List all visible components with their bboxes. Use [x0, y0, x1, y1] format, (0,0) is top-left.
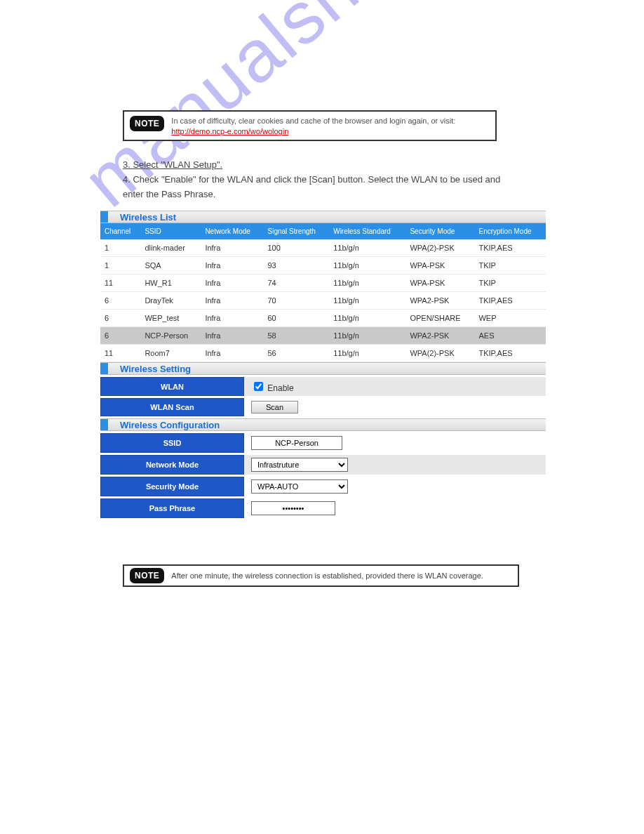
- table-row[interactable]: 6NCP-PersonInfra5811b/g/nWPA2-PSKAES: [100, 327, 546, 345]
- router-ui: Wireless List Channel SSID Network Mode …: [100, 211, 546, 520]
- cell-ssid: SQA: [140, 257, 201, 274]
- col-encryption: Encryption Mode: [474, 223, 546, 239]
- table-row[interactable]: 11Room7Infra5611b/g/nWPA(2)-PSKTKIP,AES: [100, 345, 546, 362]
- cell-enc: TKIP: [474, 274, 546, 292]
- ssid-input[interactable]: [251, 436, 342, 450]
- cell-ssid: DrayTek: [140, 292, 201, 310]
- cell-signal: 58: [264, 327, 330, 345]
- table-row[interactable]: 6DrayTekInfra7011b/g/nWPA2-PSKTKIP,AES: [100, 292, 546, 310]
- note-box-1: NOTE In case of difficulty, clear cookie…: [123, 110, 497, 141]
- cell-signal: 60: [264, 310, 330, 327]
- cell-std: 11b/g/n: [329, 345, 405, 362]
- note-box-2: NOTE After one minute, the wireless conn…: [123, 564, 519, 587]
- section-chevron-icon: [100, 419, 116, 430]
- section-header-wireless-list: Wireless List: [100, 211, 546, 223]
- cell-ssid: Room7: [140, 345, 201, 362]
- label-wlan: WLAN: [100, 377, 244, 396]
- wireless-list-table: Channel SSID Network Mode Signal Strengt…: [100, 223, 546, 362]
- steps-text: 3. Select "WLAN Setup". 4. Check "Enable…: [123, 158, 516, 201]
- cell-sec: WPA2-PSK: [405, 327, 474, 345]
- value-ssid: [244, 433, 546, 453]
- col-security: Security Mode: [405, 223, 474, 239]
- cell-channel: 6: [100, 310, 140, 327]
- step-4: 4. Check "Enable" for the WLAN and click…: [123, 173, 516, 202]
- secmode-select[interactable]: WPA-AUTO: [251, 479, 348, 494]
- cell-channel: 11: [100, 274, 140, 292]
- cell-sec: WPA(2)-PSK: [405, 239, 474, 257]
- cell-signal: 93: [264, 257, 330, 274]
- cell-std: 11b/g/n: [329, 274, 405, 292]
- cell-channel: 6: [100, 327, 140, 345]
- section-title: Wireless Configuration: [120, 420, 220, 430]
- value-wlan-scan: Scan: [244, 398, 546, 416]
- section-header-wireless-config: Wireless Configuration: [100, 418, 546, 431]
- cell-enc: TKIP,AES: [474, 239, 546, 257]
- netmode-select[interactable]: Infrastruture: [251, 458, 348, 472]
- value-passphrase: [244, 498, 546, 518]
- cell-mode: Infra: [201, 274, 263, 292]
- cell-mode: Infra: [201, 327, 263, 345]
- cell-ssid: NCP-Person: [140, 327, 201, 345]
- cell-mode: Infra: [201, 257, 263, 274]
- col-netmode: Network Mode: [201, 223, 263, 239]
- wlan-enable-checkbox[interactable]: [254, 382, 263, 391]
- cell-std: 11b/g/n: [329, 292, 405, 310]
- value-netmode: Infrastruture: [244, 455, 546, 475]
- cell-std: 11b/g/n: [329, 310, 405, 327]
- wireless-setting-form: WLAN Enable WLAN Scan Scan: [100, 375, 546, 418]
- section-chevron-icon: [100, 211, 116, 223]
- cell-signal: 56: [264, 345, 330, 362]
- cell-channel: 1: [100, 257, 140, 274]
- row-passphrase: Pass Phrase: [100, 498, 546, 518]
- cell-ssid: WEP_test: [140, 310, 201, 327]
- cell-channel: 11: [100, 345, 140, 362]
- cell-mode: Infra: [201, 310, 263, 327]
- note-1-plain: In case of difficulty, clear cookies and…: [171, 117, 455, 125]
- table-header-row: Channel SSID Network Mode Signal Strengt…: [100, 223, 546, 239]
- wlan-enable-text: Enable: [267, 383, 293, 393]
- section-chevron-icon: [100, 363, 116, 374]
- row-ssid: SSID: [100, 433, 546, 453]
- value-wlan: Enable: [244, 377, 546, 396]
- passphrase-input[interactable]: [251, 501, 335, 515]
- row-netmode: Network Mode Infrastruture: [100, 455, 546, 475]
- cell-enc: AES: [474, 327, 546, 345]
- cell-std: 11b/g/n: [329, 257, 405, 274]
- scan-button[interactable]: Scan: [251, 401, 298, 413]
- note-1-body: In case of difficulty, clear cookies and…: [171, 116, 490, 138]
- value-secmode: WPA-AUTO: [244, 477, 546, 496]
- cell-mode: Infra: [201, 239, 263, 257]
- cell-std: 11b/g/n: [329, 327, 405, 345]
- section-title: Wireless List: [120, 212, 176, 223]
- table-row[interactable]: 11HW_R1Infra7411b/g/nWPA-PSKTKIP: [100, 274, 546, 292]
- cell-signal: 100: [264, 239, 330, 257]
- cell-sec: WPA-PSK: [405, 257, 474, 274]
- label-secmode: Security Mode: [100, 477, 244, 496]
- col-standard: Wireless Standard: [329, 223, 405, 239]
- cell-ssid: HW_R1: [140, 274, 201, 292]
- table-row[interactable]: 6WEP_testInfra6011b/g/nOPEN/SHAREWEP: [100, 310, 546, 327]
- cell-ssid: dlink-mader: [140, 239, 201, 257]
- table-row[interactable]: 1SQAInfra9311b/g/nWPA-PSKTKIP: [100, 257, 546, 274]
- note-1-link[interactable]: http://demo.ncp-e.com/wo/wologin: [171, 127, 288, 135]
- label-wlan-scan: WLAN Scan: [100, 398, 244, 416]
- cell-mode: Infra: [201, 292, 263, 310]
- note-badge-icon: NOTE: [130, 116, 164, 131]
- table-row[interactable]: 1dlink-maderInfra10011b/g/nWPA(2)-PSKTKI…: [100, 239, 546, 257]
- note-badge-icon: NOTE: [130, 568, 164, 583]
- row-secmode: Security Mode WPA-AUTO: [100, 477, 546, 496]
- section-header-wireless-setting: Wireless Setting: [100, 362, 546, 375]
- col-signal: Signal Strength: [264, 223, 330, 239]
- cell-channel: 6: [100, 292, 140, 310]
- step-3: 3. Select "WLAN Setup".: [123, 158, 516, 173]
- cell-sec: WPA(2)-PSK: [405, 345, 474, 362]
- label-passphrase: Pass Phrase: [100, 498, 244, 518]
- wireless-config-form: SSID Network Mode Infrastruture Security…: [100, 431, 546, 520]
- cell-sec: OPEN/SHARE: [405, 310, 474, 327]
- note-2-body: After one minute, the wireless connectio…: [171, 571, 483, 580]
- row-wlan: WLAN Enable: [100, 377, 546, 396]
- label-netmode: Network Mode: [100, 455, 244, 475]
- col-ssid: SSID: [140, 223, 201, 239]
- row-wlan-scan: WLAN Scan Scan: [100, 398, 546, 416]
- section-title: Wireless Setting: [120, 364, 191, 374]
